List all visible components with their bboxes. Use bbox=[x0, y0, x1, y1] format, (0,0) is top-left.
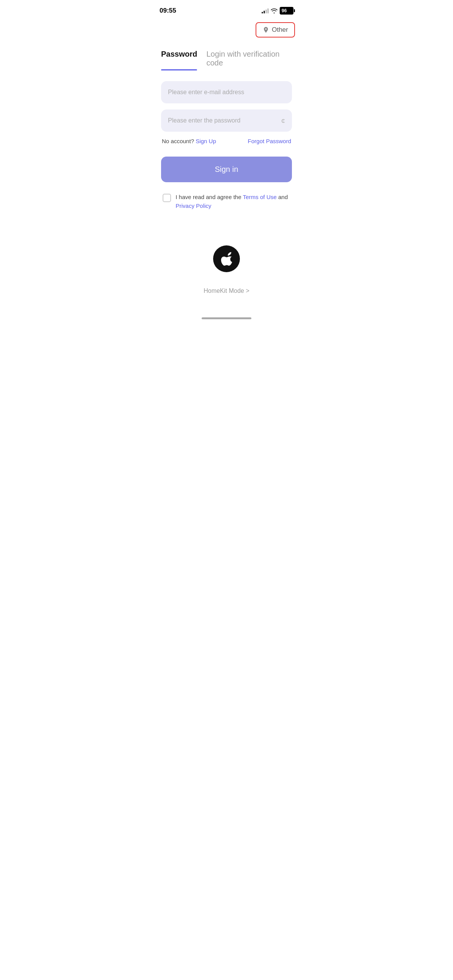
location-pin-icon bbox=[262, 26, 269, 33]
sign-up-link[interactable]: Sign Up bbox=[196, 138, 216, 144]
homekit-mode-link[interactable]: HomeKit Mode > bbox=[204, 287, 249, 294]
password-input[interactable] bbox=[161, 109, 292, 132]
forgot-password-link[interactable]: Forgot Password bbox=[248, 138, 291, 144]
signal-icon bbox=[262, 8, 269, 13]
location-button[interactable]: Other bbox=[256, 22, 295, 38]
links-row: No account? Sign Up Forgot Password bbox=[161, 138, 292, 144]
email-input[interactable] bbox=[161, 81, 292, 103]
status-bar: 09:55 96 bbox=[152, 0, 301, 19]
bottom-section: HomeKit Mode > bbox=[152, 222, 301, 323]
home-indicator bbox=[202, 317, 251, 323]
privacy-link[interactable]: Privacy Policy bbox=[176, 203, 211, 209]
tab-verification[interactable]: Login with verification code bbox=[206, 50, 292, 70]
location-label: Other bbox=[272, 26, 288, 34]
agreement-text: I have read and agree the Terms of Use a… bbox=[176, 193, 290, 210]
agreement-row: I have read and agree the Terms of Use a… bbox=[161, 193, 292, 210]
battery-level: 96 bbox=[282, 8, 287, 13]
apple-logo-circle bbox=[213, 245, 240, 272]
terms-checkbox[interactable] bbox=[163, 194, 171, 202]
tabs-container: Password Login with verification code bbox=[152, 44, 301, 70]
form-container: ͼ No account? Sign Up Forgot Password Si… bbox=[152, 81, 301, 210]
location-button-container: Other bbox=[152, 19, 301, 44]
password-wrapper: ͼ bbox=[161, 109, 292, 132]
status-icons: 96 bbox=[262, 7, 293, 15]
no-account-text: No account? Sign Up bbox=[162, 138, 216, 144]
tab-password[interactable]: Password bbox=[161, 50, 197, 70]
battery-indicator: 96 bbox=[280, 7, 293, 15]
toggle-password-icon[interactable]: ͼ bbox=[281, 116, 285, 125]
sign-in-button[interactable]: Sign in bbox=[161, 157, 292, 182]
apple-logo-icon bbox=[220, 252, 233, 266]
wifi-icon bbox=[271, 8, 277, 13]
status-time: 09:55 bbox=[160, 7, 176, 15]
terms-link[interactable]: Terms of Use bbox=[243, 194, 277, 200]
home-bar bbox=[202, 317, 251, 319]
